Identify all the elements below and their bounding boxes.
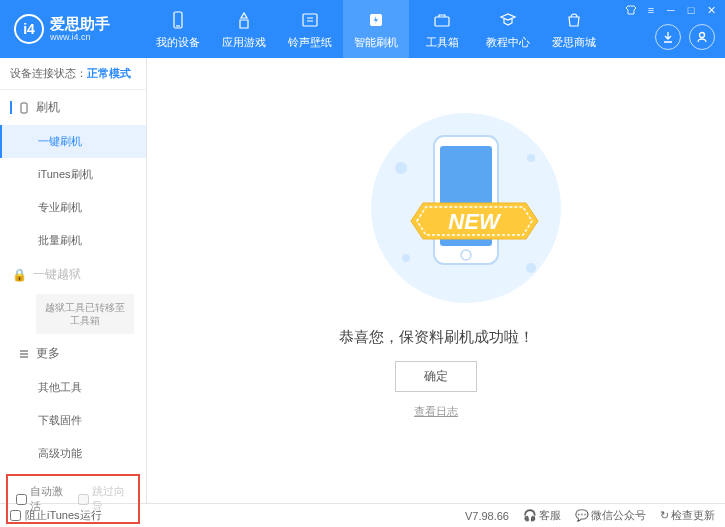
new-badge-text: NEW xyxy=(448,209,502,234)
nav-smart-flash[interactable]: 智能刷机 xyxy=(343,0,409,58)
success-illustration: NEW xyxy=(356,108,516,308)
view-log-link[interactable]: 查看日志 xyxy=(414,404,458,419)
lock-icon: 🔒 xyxy=(12,268,27,282)
svg-rect-4 xyxy=(435,17,449,26)
jailbreak-note: 越狱工具已转移至工具箱 xyxy=(36,294,134,334)
section-label: 刷机 xyxy=(36,99,60,116)
nav-toolbox[interactable]: 工具箱 xyxy=(409,0,475,58)
nav-label: 智能刷机 xyxy=(354,35,398,50)
section-label: 一键越狱 xyxy=(33,266,81,283)
sidebar-section-jailbreak: 🔒 一键越狱 xyxy=(0,257,146,292)
nav-label: 应用游戏 xyxy=(222,35,266,50)
logo-area: i4 爱思助手 www.i4.cn xyxy=(0,14,145,44)
nav-apps-games[interactable]: 应用游戏 xyxy=(211,0,277,58)
block-itunes-checkbox[interactable]: 阻止iTunes运行 xyxy=(10,508,102,523)
nav-label: 我的设备 xyxy=(156,35,200,50)
svg-point-16 xyxy=(527,154,535,162)
download-button[interactable] xyxy=(655,24,681,50)
brand-url: www.i4.cn xyxy=(50,32,110,42)
device-icon xyxy=(167,9,189,31)
support-icon: 🎧 xyxy=(523,509,537,521)
toolbox-icon xyxy=(431,9,453,31)
status-value: 正常模式 xyxy=(87,67,131,79)
sidebar-item-pro[interactable]: 专业刷机 xyxy=(0,191,146,224)
sidebar-item-itunes[interactable]: iTunes刷机 xyxy=(0,158,146,191)
sidebar-item-download-fw[interactable]: 下载固件 xyxy=(0,404,146,437)
ringtone-icon xyxy=(299,9,321,31)
sidebar-item-other-tools[interactable]: 其他工具 xyxy=(0,371,146,404)
logo-icon: i4 xyxy=(14,14,44,44)
nav-tutorials[interactable]: 教程中心 xyxy=(475,0,541,58)
flash-icon-small xyxy=(18,102,30,114)
user-button[interactable] xyxy=(689,24,715,50)
connection-status: 设备连接状态：正常模式 xyxy=(0,58,146,90)
sidebar-item-batch[interactable]: 批量刷机 xyxy=(0,224,146,257)
svg-point-17 xyxy=(402,254,410,262)
header-right-buttons xyxy=(655,24,715,50)
menu-button[interactable]: ≡ xyxy=(643,2,659,18)
support-link[interactable]: 🎧客服 xyxy=(523,508,561,523)
window-controls: ≡ ─ □ ✕ xyxy=(623,2,719,18)
sidebar-item-onekey[interactable]: 一键刷机 xyxy=(0,125,146,158)
svg-point-15 xyxy=(395,162,407,174)
nav-label: 教程中心 xyxy=(486,35,530,50)
wechat-icon: 💬 xyxy=(575,509,589,521)
nav-label: 工具箱 xyxy=(426,35,459,50)
svg-rect-6 xyxy=(21,103,27,113)
nav-label: 爱思商城 xyxy=(552,35,596,50)
brand-name: 爱思助手 xyxy=(50,16,110,33)
status-label: 设备连接状态： xyxy=(10,67,87,79)
update-icon: ↻ xyxy=(660,509,669,521)
app-header: i4 爱思助手 www.i4.cn 我的设备 应用游戏 铃声壁纸 智能刷机 工具… xyxy=(0,0,725,58)
maximize-button[interactable]: □ xyxy=(683,2,699,18)
more-icon xyxy=(18,348,30,360)
nav-ringtones[interactable]: 铃声壁纸 xyxy=(277,0,343,58)
nav-my-device[interactable]: 我的设备 xyxy=(145,0,211,58)
store-icon xyxy=(563,9,585,31)
nav-store[interactable]: 爱思商城 xyxy=(541,0,607,58)
version-label: V7.98.66 xyxy=(465,510,509,522)
ok-button[interactable]: 确定 xyxy=(395,361,477,392)
success-message: 恭喜您，保资料刷机成功啦！ xyxy=(339,328,534,347)
body: 设备连接状态：正常模式 刷机 一键刷机 iTunes刷机 专业刷机 批量刷机 🔒… xyxy=(0,58,725,503)
apps-icon xyxy=(233,9,255,31)
top-nav: 我的设备 应用游戏 铃声壁纸 智能刷机 工具箱 教程中心 爱思商城 xyxy=(145,0,607,58)
active-indicator xyxy=(10,101,12,114)
sidebar: 设备连接状态：正常模式 刷机 一键刷机 iTunes刷机 专业刷机 批量刷机 🔒… xyxy=(0,58,147,503)
tutorial-icon xyxy=(497,9,519,31)
svg-rect-2 xyxy=(303,14,317,26)
sidebar-item-advanced[interactable]: 高级功能 xyxy=(0,437,146,470)
flash-icon xyxy=(365,9,387,31)
check-update-link[interactable]: ↻检查更新 xyxy=(660,508,715,523)
minimize-button[interactable]: ─ xyxy=(663,2,679,18)
close-button[interactable]: ✕ xyxy=(703,2,719,18)
wechat-link[interactable]: 💬微信公众号 xyxy=(575,508,646,523)
skin-button[interactable] xyxy=(623,2,639,18)
svg-point-5 xyxy=(700,33,705,38)
sidebar-section-flash[interactable]: 刷机 xyxy=(0,90,146,125)
sidebar-section-more[interactable]: 更多 xyxy=(0,336,146,371)
section-label: 更多 xyxy=(36,345,60,362)
svg-point-18 xyxy=(526,263,536,273)
nav-label: 铃声壁纸 xyxy=(288,35,332,50)
main-content: NEW 恭喜您，保资料刷机成功啦！ 确定 查看日志 xyxy=(147,58,725,503)
